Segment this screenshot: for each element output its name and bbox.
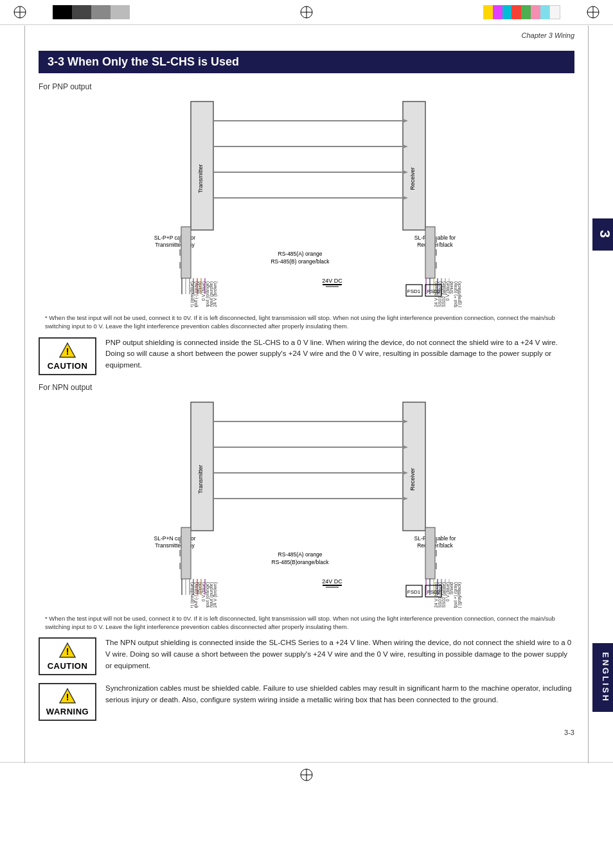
reg-mark-left <box>13 5 27 19</box>
top-bar <box>0 0 613 25</box>
warning1-icon: ! <box>58 687 76 705</box>
caution2-label: CAUTION <box>48 661 88 671</box>
svg-rect-92 <box>425 527 435 579</box>
svg-text:!: ! <box>66 646 69 657</box>
bottom-center <box>27 768 586 784</box>
svg-text:Light interference prevention : Light interference prevention cable (out… <box>457 582 462 608</box>
reg-mark-bottom <box>299 768 314 782</box>
bottom-bar <box>0 762 613 789</box>
svg-rect-31 <box>435 249 437 256</box>
cb-ltcyan <box>540 5 550 19</box>
color-bar-right <box>483 5 560 19</box>
cb-lightgray <box>111 5 130 19</box>
caution1-icon: ! <box>58 342 76 360</box>
page-content: Chapter 3 Wiring 3-3 When Only the SL-CH… <box>0 25 613 762</box>
svg-text:Transmitter: Transmitter <box>197 465 204 493</box>
svg-rect-90 <box>179 550 181 556</box>
svg-text:RS-485(B)orange/black: RS-485(B)orange/black <box>272 559 330 565</box>
caution2-badge: ! CAUTION <box>39 637 96 675</box>
warning1-badge: ! WARNING <box>39 683 96 721</box>
cb-white <box>549 5 560 19</box>
svg-text:Light interference prevention : Light interference prevention cable (out… <box>457 281 462 307</box>
caution1-label: CAUTION <box>48 361 88 371</box>
cb-red <box>511 5 521 19</box>
npn-diagram-area: Transmitter Receiver SL-P+N cable for Tr… <box>39 396 574 610</box>
svg-text:FSD1: FSD1 <box>407 589 421 595</box>
cb-cyan <box>502 5 512 19</box>
reg-mark-center-top <box>299 5 314 19</box>
svg-rect-94 <box>435 550 437 556</box>
svg-text:!: ! <box>66 346 69 357</box>
svg-text:24V DC: 24V DC <box>322 578 342 585</box>
cb-pink <box>531 5 540 19</box>
svg-text:Receiver: Receiver <box>409 167 416 190</box>
caution2-icon: ! <box>58 642 76 660</box>
svg-rect-26 <box>179 236 181 243</box>
cb-gray <box>91 5 111 19</box>
svg-rect-32 <box>435 262 437 269</box>
warning1-label: WARNING <box>46 707 89 716</box>
pnp-note: When the test input will not be used, co… <box>39 314 574 331</box>
pnp-diagram: Transmitter Receiver SL-P+P cable for Tr… <box>39 95 574 307</box>
svg-rect-28 <box>179 262 181 269</box>
reg-mark-right <box>586 5 600 19</box>
warning1-block: ! WARNING Synchronization cables must be… <box>39 683 574 721</box>
svg-text:FSD2: FSD2 <box>427 589 441 595</box>
svg-text:FSD2: FSD2 <box>427 288 441 294</box>
npn-diagram: Transmitter Receiver SL-P+N cable for Tr… <box>39 396 574 608</box>
pnp-label: For PNP output <box>39 82 574 91</box>
top-center <box>130 5 483 19</box>
caution2-block: ! CAUTION The NPN output shielding is co… <box>39 637 574 675</box>
svg-rect-95 <box>435 563 437 569</box>
npn-label: For NPN output <box>39 383 574 392</box>
svg-text:Receiver: Receiver <box>409 468 416 491</box>
color-bar-left <box>53 5 130 19</box>
svg-text:Transmitter: Transmitter <box>197 164 204 193</box>
cb-magenta <box>493 5 502 19</box>
svg-text:+24 V (brown): +24 V (brown) <box>213 582 218 608</box>
svg-text:+24 V (brown): +24 V (brown) <box>213 281 218 307</box>
section-title: 3-3 When Only the SL-CHS is Used <box>39 51 574 73</box>
caution1-badge: ! CAUTION <box>39 337 96 375</box>
svg-text:FSD1: FSD1 <box>407 288 421 294</box>
caution2-text: The NPN output shielding is connected in… <box>105 637 574 671</box>
svg-rect-27 <box>179 249 181 256</box>
svg-text:!: ! <box>66 692 69 702</box>
npn-note: When the test input will not be used, co… <box>39 614 574 632</box>
svg-rect-91 <box>179 563 181 569</box>
warning1-text: Synchronization cables must be shielded … <box>105 683 574 706</box>
pnp-diagram-area: Transmitter Receiver SL-P+P cable for Tr… <box>39 95 574 310</box>
svg-text:RS-485(A) orange: RS-485(A) orange <box>278 251 323 257</box>
svg-text:RS-485(A) orange: RS-485(A) orange <box>278 551 323 558</box>
svg-rect-25 <box>181 227 191 278</box>
cb-yellow <box>483 5 493 19</box>
svg-rect-88 <box>181 527 191 579</box>
chapter-header: Chapter 3 Wiring <box>39 25 574 39</box>
page-wrapper: 3 ENGLISH Chapter 3 Wiring 3-3 When Only… <box>0 0 613 789</box>
svg-rect-29 <box>425 227 435 278</box>
cb-black <box>53 5 72 19</box>
caution1-block: ! CAUTION PNP output shielding is connec… <box>39 337 574 375</box>
cb-darkgray <box>72 5 91 19</box>
svg-text:24V DC: 24V DC <box>322 278 342 284</box>
svg-text:RS-485(B) orange/black: RS-485(B) orange/black <box>271 258 330 265</box>
caution1-text: PNP output shielding is connected inside… <box>105 337 574 371</box>
svg-rect-89 <box>179 537 181 544</box>
svg-rect-30 <box>435 236 437 243</box>
svg-rect-93 <box>435 537 437 544</box>
cb-green <box>521 5 531 19</box>
page-number: 3-3 <box>39 729 574 743</box>
